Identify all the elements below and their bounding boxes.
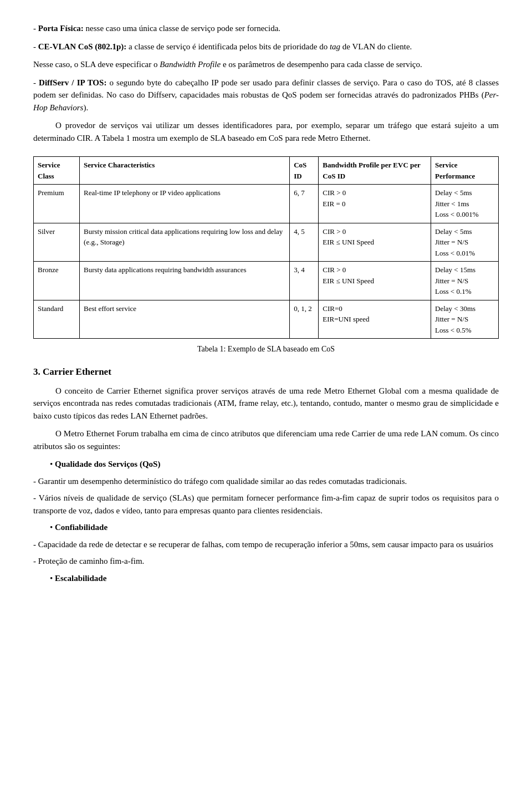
table-row: Silver Bursty mission critical data appl… [34, 223, 499, 262]
bullet-confiabilidade: • Confiabilidade [50, 521, 499, 534]
paragraph-diffserv: - DiffServ / IP TOS: o segundo byte do c… [33, 77, 499, 114]
bullet-escalabilidade: • Escalabilidade [50, 572, 499, 585]
table-header-row: Service Class Service Characteristics Co… [34, 157, 499, 185]
bullet-confiabilidade-dash1: - Capacidade da rede de detectar e se re… [33, 538, 499, 551]
bullet-qos-dash1: - Garantir um desempenho determinístico … [33, 475, 499, 488]
bullet-escalabilidade-label: Escalabilidade [55, 574, 106, 583]
td-char-silver: Bursty mission critical data application… [80, 223, 290, 262]
bold-porta-fisica: Porta Física: [38, 24, 84, 33]
paragraph-sla-bandwidth: Nesse caso, o SLA deve especificar o Ban… [33, 58, 499, 71]
td-bw-silver: CIR > 0EIR ≤ UNI Speed [319, 223, 431, 262]
th-bandwidth-profile: Bandwidth Profile per EVC per CoS ID [319, 157, 431, 185]
td-perf-bronze: Delay < 15msJitter = N/SLoss < 0.1% [431, 262, 499, 300]
paragraph-ce-vlan: - CE-VLAN CoS (802.1p): a classe de serv… [33, 40, 499, 53]
bullet-qos-label: Qualidade dos Serviços (QoS) [55, 460, 160, 468]
paragraph-provedor: O provedor de serviços vai utilizar um d… [33, 119, 499, 144]
td-bw-premium: CIR > 0EIR = 0 [319, 185, 431, 223]
td-class-premium: Premium [34, 185, 80, 223]
td-perf-premium: Delay < 5msJitter < 1msLoss < 0.001% [431, 185, 499, 223]
td-char-standard: Best effort service [80, 300, 290, 339]
bold-diffserv: DiffServ / IP TOS: [39, 78, 106, 87]
table-row: Standard Best effort service 0, 1, 2 CIR… [34, 300, 499, 339]
bold-ce-vlan: CE-VLAN CoS (802.1p): [38, 42, 127, 51]
td-perf-silver: Delay < 5msJitter = N/SLoss < 0.01% [431, 223, 499, 262]
td-cos-premium: 6, 7 [290, 185, 319, 223]
th-cos-id: CoS ID [290, 157, 319, 185]
table-row: Bronze Bursty data applications requirin… [34, 262, 499, 300]
bullet-confiabilidade-label: Confiabilidade [55, 523, 108, 532]
bullet-qos-dash2: - Vários níveis de qualidade de serviço … [33, 492, 499, 517]
td-bw-standard: CIR=0EIR=UNI speed [319, 300, 431, 339]
td-bw-bronze: CIR > 0EIR ≤ UNI Speed [319, 262, 431, 300]
td-class-bronze: Bronze [34, 262, 80, 300]
table-caption: Tabela 1: Exemplo de SLA baseado em CoS [33, 343, 499, 355]
td-char-premium: Real-time IP telephony or IP video appli… [80, 185, 290, 223]
section3-paragraph2: O Metro Ethernet Forum trabalha em cima … [33, 427, 499, 452]
td-char-bronze: Bursty data applications requiring bandw… [80, 262, 290, 300]
td-cos-standard: 0, 1, 2 [290, 300, 319, 339]
bullet-qos: • Qualidade dos Serviços (QoS) [50, 458, 499, 471]
td-perf-standard: Delay < 30msJitter = N/SLoss < 0.5% [431, 300, 499, 339]
bullet-confiabilidade-dash2: - Proteção de caminho fim-a-fim. [33, 555, 499, 568]
td-cos-silver: 4, 5 [290, 223, 319, 262]
th-service-class: Service Class [34, 157, 80, 185]
paragraph-porta-fisica: - Porta Física: nesse caso uma única cla… [33, 22, 499, 35]
section3-paragraph1: O conceito de Carrier Ethernet significa… [33, 385, 499, 422]
td-cos-bronze: 3, 4 [290, 262, 319, 300]
th-service-characteristics: Service Characteristics [80, 157, 290, 185]
table-row: Premium Real-time IP telephony or IP vid… [34, 185, 499, 223]
td-class-silver: Silver [34, 223, 80, 262]
th-service-performance: Service Performance [431, 157, 499, 185]
sla-table-wrapper: Service Class Service Characteristics Co… [33, 156, 499, 355]
section3-heading: 3. Carrier Ethernet [33, 365, 499, 379]
td-class-standard: Standard [34, 300, 80, 339]
sla-table: Service Class Service Characteristics Co… [33, 156, 499, 339]
